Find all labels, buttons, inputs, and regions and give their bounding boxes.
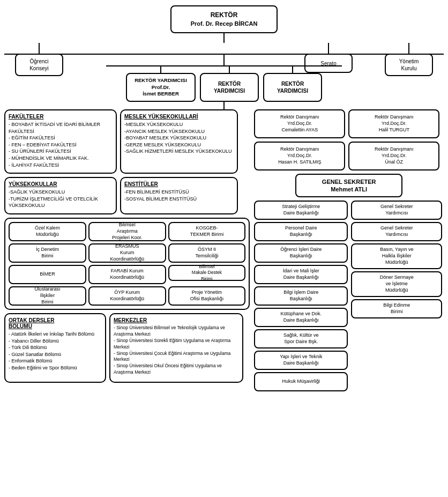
merkezler-section: MERKEZLER - Sinop Üniversitesi Bilimsel … (109, 313, 243, 383)
birimler-section: Özel KalemMüdürlüğü BilimselAraştırmaPro… (4, 218, 250, 310)
rektor-name: Prof. Dr. Recep BİRCAN (191, 20, 258, 27)
rektor-box: REKTÖR Prof. Dr. Recep BİRCAN (170, 5, 278, 33)
sekreter-yard-2: Genel SekreterYardımcısı (351, 222, 442, 241)
bilimsel-arastirma: BilimselAraştırmaProjeleri Koor. (88, 222, 166, 241)
meslek-title: MESLEK YÜKSEKOKULLARİ (124, 114, 234, 120)
meslek-section: MESLEK YÜKSEKOKULLARİ -MESLEK YÜKSEKOKUL… (120, 109, 238, 174)
ogrenci-isleri: Öğrenci İşleri DaireBaşkanlığı (254, 243, 348, 263)
bimer: BİMER (9, 265, 86, 284)
genel-sekreter: GENEL SEKRETER Mehmet ATLI (295, 174, 402, 197)
yapi-isleri: Yapı İşleri ve TeknikDaire Başkanlığı (254, 351, 348, 370)
erasmus: ERASMUSKurumKoordinatörlüğü (88, 243, 166, 263)
ozel-kalem: Özel KalemMüdürlüğü (9, 222, 86, 241)
farabi: FARABİ KurumKoordinatörlüğü (88, 265, 166, 284)
hukuk: Hukuk Müşavirliği (254, 372, 348, 391)
fakulteler-title: FAKÜLTELER (9, 114, 113, 120)
fakulteler-section: FAKÜLTELER - BOYABAT İKTİSADİ VE İDARİ B… (4, 109, 117, 174)
ogrenci-label: Öğrenci Konseyi (29, 58, 49, 72)
yonetim-label: Yönetim Kurulu (399, 58, 419, 72)
danisман2: Rektör Danışmanı Yrd.Doç.Dr. Halil TURGU… (348, 109, 439, 138)
danisман4: Rektör Danışmanı Yrd.Doç.Dr. Ünal ÖZ (348, 142, 439, 170)
ry3-label: REKTÖR YARDIMCISI (277, 80, 308, 94)
ic-denetim: İç DenetimBirimi (9, 243, 86, 263)
idari-mali: İdari ve Mali İşlerDaire Başkanlığı (254, 265, 348, 284)
danisман3: Rektör Danışmanı Yrd.Doç.Dr. Hasan H. SA… (254, 142, 345, 170)
bilgi-islem: Bilgi İşlem DaireBaşkanlığı (254, 286, 348, 306)
yuksekokullar-title: YÜKSEKOKULLAR (9, 181, 113, 187)
yuksekokullar-list: -SAĞLIK YÜKSEKOKULU -TURİZM İŞLETMECİLİĞ… (9, 189, 113, 209)
ortak-dersler-list: - Atatürk İlkeleri ve İnkılap Tarihi Böl… (9, 331, 102, 372)
rektor-title: REKTÖR (191, 11, 258, 20)
fakulteler-list: - BOYABAT İKTİSADİ VE İDARİ BİLİMLER FAK… (9, 121, 113, 168)
ry2-label: REKTÖR YARDIMCISI (214, 80, 245, 94)
org-chart: REKTÖR Prof. Dr. Recep BİRCAN Öğrenci Ko… (0, 0, 448, 397)
strateji: Strateji GeliştirmeDaire Başkanlığı (254, 201, 348, 220)
ortak-dersler-section: ORTAK DERSLER BÖLÜMÜ - Atatürk İlkeleri … (4, 313, 106, 383)
saglik-kultur: Sağlık, Kültür veSpor Daire Bşk. (254, 329, 348, 348)
meslek-list: -MESLEK YÜKSEKOKULU -AYANCIK MESLEK YÜKS… (124, 121, 234, 155)
kosgeb: KOSGEB-TEKMER Birimi (168, 222, 246, 241)
sekreter-yard-1: Genel SekreterYardımcısı (351, 201, 442, 220)
ortak-dersler-title: ORTAK DERSLER BÖLÜMÜ (9, 317, 102, 329)
yonetim-box: Yönetim Kurulu (385, 54, 433, 76)
bilgi-edinme: Bilgi EdinmeBirimi (351, 299, 442, 318)
kutuphane: Kütüphane ve Dok.Daire Başkanlığı (254, 308, 348, 327)
uluslararasi: UluslararasıİlişkilerBirimi (9, 286, 86, 306)
rektor-yardimcisi-2: REKTÖR YARDIMCISI (200, 73, 259, 102)
osym: ÖSYM IITemsilciliği (168, 243, 246, 263)
danisман1: Rektör Danışmanı Yrd.Doç.Dr. Cemalettin … (254, 109, 345, 138)
enstituler-list: -FEN BİLİMLERİ ENSTİTÜSÜ -SOSYAL BİLİMLE… (124, 189, 234, 202)
yuksekokullar-section: YÜKSEKOKULLAR -SAĞLIK YÜKSEKOKULU -TURİZ… (4, 177, 117, 214)
ry1-label: REKTÖR YARDIMCISI Prof.Dr. İsmet BERBER (135, 77, 187, 97)
doner-sermaye: Döner Sermayeve İşletmeMüdürlüğü (351, 271, 442, 297)
merkezler-title: MERKEZLER (114, 317, 239, 323)
basin-yayin: Basın, Yayın veHalkla İlişkilerMüdürlüğü (351, 243, 442, 269)
personel: Personel DaireBaşkanlığı (254, 222, 348, 241)
merkezler-list: - Sinop Üniversitesi Bilimsel ve Teknolo… (114, 325, 239, 376)
bilimsel-makale: BilimselMakale DestekBirimi (168, 265, 246, 281)
proje-yonetim: Proje YönetimOfisi Başkanlığı (168, 286, 246, 306)
enstituler-section: ENSTİTÜLER -FEN BİLİMLERİ ENSTİTÜSÜ -SOS… (120, 177, 238, 214)
enstituler-title: ENSTİTÜLER (124, 181, 234, 187)
rektor-yardimcisi-3: REKTÖR YARDIMCISI (263, 73, 322, 102)
oyp: ÖYP KurumKoordinatörlüğü (88, 286, 166, 306)
ogrenci-konseyi: Öğrenci Konseyi (15, 54, 63, 76)
rektor-yardimcisi-1: REKTÖR YARDIMCISI Prof.Dr. İsmet BERBER (126, 73, 196, 102)
